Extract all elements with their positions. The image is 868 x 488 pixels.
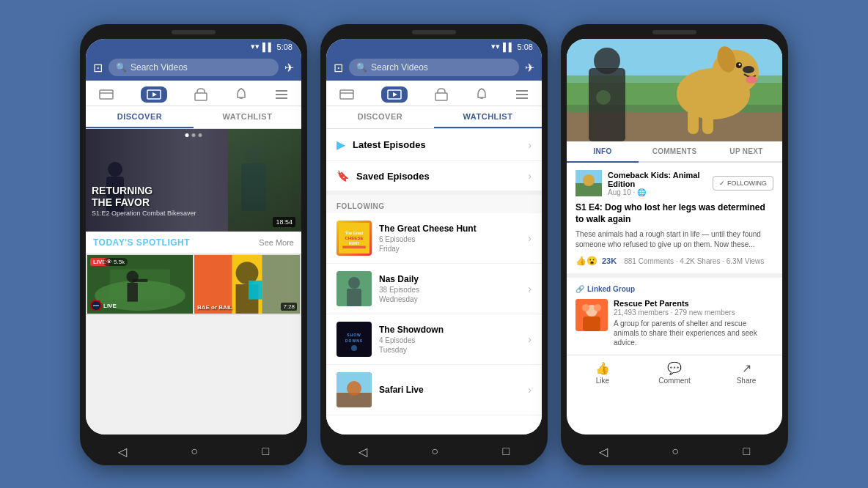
search-label-2: Search Videos bbox=[371, 62, 428, 73]
like-icon: 👍 bbox=[595, 361, 610, 375]
recents-btn-1[interactable]: □ bbox=[262, 445, 270, 458]
svg-text:DOWNS: DOWNS bbox=[345, 339, 363, 343]
recents-btn-3[interactable]: □ bbox=[743, 445, 751, 458]
tab-upnext[interactable]: UP NEXT bbox=[710, 141, 782, 161]
tab-info[interactable]: INFO bbox=[567, 141, 639, 163]
nas-info: Nas Daily 38 Episodes Wednesday bbox=[379, 274, 521, 303]
svg-rect-19 bbox=[133, 279, 148, 282]
home-btn-2[interactable]: ○ bbox=[431, 445, 438, 458]
svg-point-10 bbox=[108, 162, 122, 177]
svg-rect-29 bbox=[340, 90, 353, 99]
latest-label: Latest Episodes bbox=[353, 139, 528, 150]
search-bar-1[interactable]: 🔍 Search Videos bbox=[108, 59, 279, 76]
safari-chevron: › bbox=[528, 384, 532, 396]
spotlight-title-1: TODAY'S SPOTLIGHT bbox=[93, 237, 190, 248]
tab-watchlist-1[interactable]: WATCHLIST bbox=[194, 106, 301, 128]
video-thumb-art[interactable]: BAE or BAIL 7:28 bbox=[194, 255, 300, 314]
wifi-icon: ▾▾ bbox=[251, 42, 260, 51]
status-bar-2: ▾▾ ▌▌ 5:08 bbox=[326, 39, 542, 54]
status-bar-1: ▾▾ ▌▌ 5:08 bbox=[86, 39, 301, 54]
nav-home-2[interactable] bbox=[339, 89, 354, 100]
see-more-btn-1[interactable]: See More bbox=[259, 238, 294, 247]
svg-rect-46 bbox=[336, 271, 372, 306]
svg-point-69 bbox=[761, 42, 782, 64]
svg-rect-42 bbox=[342, 246, 366, 249]
show-item-nas[interactable]: Nas Daily 38 Episodes Wednesday › bbox=[326, 264, 542, 314]
messenger-icon-2[interactable]: ✈ bbox=[525, 61, 534, 75]
cheese-thumb: The Great CHEESE HUNT bbox=[336, 221, 372, 256]
bae-label: BAE or BAIL bbox=[197, 304, 232, 311]
video-grid-1: LIVE 👁5.5k LIVE bbox=[86, 254, 301, 315]
follow-button[interactable]: ✓ FOLLOWING bbox=[713, 176, 773, 191]
svg-point-68 bbox=[594, 48, 620, 74]
search-label-1: Search Videos bbox=[130, 62, 188, 73]
link-icon: 🔗 bbox=[575, 285, 584, 293]
group-avatar bbox=[575, 299, 608, 331]
comments-count: 881 Comments bbox=[624, 257, 674, 265]
mlb-logo: LIVE bbox=[90, 300, 117, 311]
views-badge: 👁5.5k bbox=[103, 258, 128, 266]
camera-icon-2[interactable]: ⊡ bbox=[334, 61, 343, 75]
art-duration: 7:28 bbox=[281, 303, 297, 311]
safari-title: Safari Live bbox=[379, 385, 521, 395]
show-item-showdown[interactable]: SHOW DOWNS The Showdown 4 Episodes Tuesd… bbox=[326, 314, 542, 365]
nav-menu-1[interactable] bbox=[275, 89, 288, 100]
showdown-episodes: 4 Episodes bbox=[379, 336, 521, 344]
showdown-info: The Showdown 4 Episodes Tuesday bbox=[379, 325, 521, 354]
dot-2 bbox=[192, 133, 196, 137]
share-button[interactable]: ↗ Share bbox=[710, 361, 782, 385]
linked-group-text: Linked Group bbox=[587, 285, 635, 293]
nav-marketplace-1[interactable] bbox=[194, 88, 207, 101]
back-btn-3[interactable]: ◁ bbox=[599, 445, 608, 459]
tab-discover-1[interactable]: DISCOVER bbox=[86, 106, 194, 128]
home-btn-1[interactable]: ○ bbox=[191, 445, 198, 458]
saved-label: Saved Episodes bbox=[356, 171, 528, 182]
tab-comments[interactable]: COMMENTS bbox=[639, 141, 710, 161]
follow-label: FOLLOWING bbox=[727, 180, 767, 187]
search-icon-2: 🔍 bbox=[356, 62, 367, 73]
saved-icon: 🔖 bbox=[336, 170, 349, 182]
following-header: FOLLOWING bbox=[326, 195, 542, 213]
back-btn-2[interactable]: ◁ bbox=[358, 445, 367, 459]
video-thumb-baseball[interactable]: LIVE 👁5.5k LIVE bbox=[87, 255, 193, 314]
tab-watchlist-2[interactable]: WATCHLIST bbox=[434, 106, 542, 128]
svg-point-63 bbox=[746, 76, 757, 84]
detail-tabs: INFO COMMENTS UP NEXT bbox=[567, 141, 782, 163]
time-1: 5:08 bbox=[277, 42, 293, 51]
cheese-info: The Great Cheese Hunt 6 Episodes Friday bbox=[379, 223, 521, 253]
cheese-episodes: 6 Episodes bbox=[379, 235, 521, 243]
show-item-safari[interactable]: Safari Live › bbox=[326, 365, 542, 415]
dot-3 bbox=[199, 133, 202, 137]
info-section: Comeback Kids: Animal Edition Aug 10 · 🌐… bbox=[567, 163, 782, 278]
recents-btn-2[interactable]: □ bbox=[503, 445, 510, 458]
showdown-title: The Showdown bbox=[379, 325, 521, 335]
search-bar-2[interactable]: 🔍 Search Videos bbox=[349, 59, 519, 76]
comment-button[interactable]: 💬 Comment bbox=[639, 361, 710, 385]
messenger-icon-1[interactable]: ✈ bbox=[284, 61, 294, 75]
nav-watch-1[interactable] bbox=[141, 86, 167, 103]
like-button[interactable]: 👍 Like bbox=[567, 361, 639, 385]
camera-icon-1[interactable]: ⊡ bbox=[93, 61, 103, 75]
hero-video-1[interactable]: RETURNING THE FAVOR S1:E2 Operation Comb… bbox=[86, 129, 301, 232]
nav-watch-2[interactable] bbox=[381, 86, 408, 103]
nav-menu-2[interactable] bbox=[515, 89, 529, 100]
cheese-chevron: › bbox=[528, 232, 532, 244]
home-btn-3[interactable]: ○ bbox=[672, 445, 679, 458]
tab-discover-2[interactable]: DISCOVER bbox=[326, 106, 434, 128]
saved-episodes-item[interactable]: 🔖 Saved Episodes › bbox=[326, 161, 542, 195]
svg-point-73 bbox=[583, 174, 595, 186]
safari-info: Safari Live bbox=[379, 385, 521, 395]
show-item-cheese[interactable]: The Great CHEESE HUNT The Great Cheese H… bbox=[326, 213, 542, 264]
latest-episodes-item[interactable]: ▶ Latest Episodes › bbox=[326, 129, 542, 161]
top-nav-1: ⊡ 🔍 Search Videos ✈ bbox=[86, 54, 301, 81]
nav-marketplace-2[interactable] bbox=[435, 88, 448, 101]
nav-notifications-1[interactable] bbox=[235, 88, 248, 101]
screen-3: INFO COMMENTS UP NEXT Comeback Kids: Ani… bbox=[567, 39, 782, 435]
svg-rect-16 bbox=[110, 269, 170, 299]
group-card[interactable]: Rescue Pet Parents 21,493 members · 279 … bbox=[575, 299, 773, 347]
nav-home-1[interactable] bbox=[99, 89, 114, 100]
content-discover: RETURNING THE FAVOR S1:E2 Operation Comb… bbox=[86, 129, 301, 435]
nav-notifications-2[interactable] bbox=[475, 88, 488, 101]
svg-rect-66 bbox=[702, 111, 713, 134]
back-btn-1[interactable]: ◁ bbox=[118, 445, 127, 459]
